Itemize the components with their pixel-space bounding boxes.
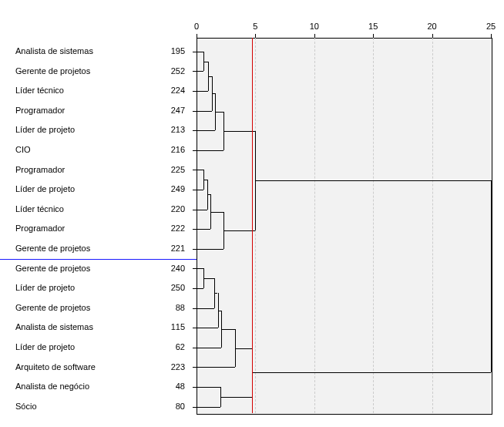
dendro-segment: [252, 372, 491, 373]
grid-line: [432, 38, 433, 413]
leaf-value: 223: [154, 358, 185, 377]
dendro-segment: [197, 268, 203, 269]
x-tick-label: 25: [479, 22, 502, 31]
leaf-label: Analista de negócio: [15, 377, 139, 396]
dendro-segment: [197, 150, 223, 151]
x-tick-label: 10: [303, 22, 326, 31]
leaf-value: 216: [154, 140, 185, 160]
leaf-value: 80: [154, 397, 185, 416]
dendro-segment: [255, 180, 491, 181]
x-tick: [197, 34, 197, 38]
leaf-value: 240: [154, 259, 185, 278]
dendro-segment: [197, 288, 203, 289]
leaf-value: 249: [154, 180, 185, 199]
dendro-segment: [197, 91, 208, 92]
leaf-value: 222: [154, 219, 185, 238]
grid-line: [373, 38, 374, 413]
dendro-segment: [197, 229, 210, 230]
leaf-label: Arquiteto de software: [15, 358, 139, 377]
blue-divider-line: [0, 259, 197, 260]
red-cut-line: [252, 38, 253, 413]
leaf-label: Programador: [15, 101, 139, 120]
dendro-segment: [197, 387, 220, 388]
leaf-label: Gerente de projetos: [15, 239, 139, 258]
dendro-segment: [197, 130, 215, 131]
dendro-segment: [197, 111, 212, 112]
dendro-segment: [197, 170, 203, 170]
dendro-segment: [215, 112, 223, 113]
leaf-label: Líder de projeto: [15, 278, 139, 298]
leaf-value: 195: [154, 42, 185, 61]
dendrogram-chart: 0510152025 Analista de sistemas195Gerent…: [0, 0, 504, 427]
dendro-segment: [197, 367, 235, 368]
x-tick-label: 0: [185, 22, 208, 31]
leaf-value: 224: [154, 81, 185, 100]
leaf-label: Líder de projeto: [15, 180, 139, 199]
dendro-segment: [197, 308, 214, 309]
leaf-value: 48: [154, 377, 185, 396]
dendro-segment: [197, 249, 223, 250]
dendro-segment: [197, 190, 203, 190]
leaf-label: Programador: [15, 219, 139, 238]
dendro-segment: [197, 52, 203, 52]
grid-line: [314, 38, 315, 413]
leaf-value: 250: [154, 278, 185, 298]
dendro-segment: [223, 131, 255, 132]
dendro-segment: [210, 212, 223, 213]
leaf-label: Líder técnico: [15, 81, 139, 100]
leaf-value: 220: [154, 200, 185, 219]
x-tick-label: 15: [361, 22, 385, 31]
leaf-value: 88: [154, 298, 185, 318]
leaf-label: Analista de sistemas: [15, 318, 139, 337]
leaf-label: Sócio: [15, 397, 139, 416]
dendro-segment: [197, 210, 207, 210]
dendro-segment: [221, 329, 235, 330]
dendro-segment: [235, 348, 251, 349]
leaf-value: 213: [154, 120, 185, 140]
x-tick-label: 20: [421, 22, 444, 31]
plot-area: [197, 38, 492, 415]
leaf-label: CIO: [15, 140, 139, 160]
leaf-label: Analista de sistemas: [15, 42, 139, 61]
leaf-label: Gerente de projetos: [15, 62, 139, 81]
leaf-label: Líder de projeto: [15, 338, 139, 357]
leaf-label: Gerente de projetos: [15, 298, 139, 318]
dendro-segment: [197, 71, 203, 72]
dendro-segment: [203, 278, 214, 279]
dendro-segment: [197, 348, 221, 348]
dendro-segment: [197, 407, 220, 408]
leaf-value: 62: [154, 338, 185, 357]
leaf-label: Programador: [15, 160, 139, 180]
leaf-value: 225: [154, 160, 185, 180]
leaf-label: Gerente de projetos: [15, 259, 139, 278]
dendro-segment: [491, 180, 492, 372]
x-tick: [491, 34, 492, 38]
dendro-segment: [197, 328, 218, 328]
leaf-label: Líder técnico: [15, 200, 139, 219]
leaf-value: 247: [154, 101, 185, 120]
dendro-segment: [220, 397, 252, 398]
leaf-value: 221: [154, 239, 185, 258]
leaf-label: Líder de projeto: [15, 120, 139, 140]
dendro-segment: [223, 230, 255, 231]
leaf-value: 252: [154, 62, 185, 81]
x-tick-label: 5: [244, 22, 267, 31]
leaf-value: 115: [154, 318, 185, 337]
